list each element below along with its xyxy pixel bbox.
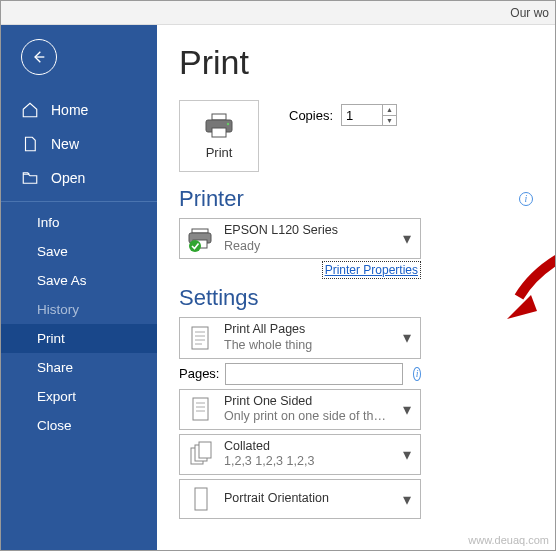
collate-title: Collated	[224, 439, 392, 455]
open-folder-icon	[21, 169, 39, 187]
chevron-down-icon: ▾	[400, 447, 414, 461]
nav-label: Print	[37, 331, 65, 346]
svg-rect-20	[195, 488, 207, 510]
nav-close[interactable]: Close	[1, 411, 157, 440]
printer-selector[interactable]: EPSON L120 Series Ready ▾	[179, 218, 421, 259]
print-button[interactable]: Print	[179, 100, 259, 172]
printer-status: Ready	[224, 239, 392, 255]
nav-label: Export	[37, 389, 76, 404]
print-range-sub: The whole thing	[224, 338, 392, 354]
nav-label: History	[37, 302, 79, 317]
chevron-down-icon: ▾	[400, 232, 414, 246]
svg-rect-8	[192, 327, 208, 349]
collate-selector[interactable]: Collated 1,2,3 1,2,3 1,2,3 ▾	[179, 434, 421, 475]
home-icon	[21, 101, 39, 119]
collate-sub: 1,2,3 1,2,3 1,2,3	[224, 454, 392, 470]
copies-spinner[interactable]: ▲ ▼	[341, 104, 397, 126]
portrait-icon	[186, 484, 216, 514]
nav-label: Home	[51, 102, 88, 118]
sides-sub: Only print on one side of th…	[224, 409, 392, 425]
chevron-down-icon: ▾	[400, 331, 414, 345]
svg-rect-19	[199, 442, 211, 458]
nav-divider	[1, 201, 157, 202]
orientation-title: Portrait Orientation	[224, 491, 392, 507]
pages-icon	[186, 323, 216, 353]
print-range-selector[interactable]: Print All Pages The whole thing ▾	[179, 317, 421, 358]
printer-info-icon[interactable]: i	[519, 192, 533, 206]
nav-saveas[interactable]: Save As	[1, 266, 157, 295]
print-button-label: Print	[206, 145, 233, 160]
one-sided-icon	[186, 394, 216, 424]
copies-up-icon[interactable]: ▲	[383, 105, 396, 116]
orientation-text: Portrait Orientation	[224, 491, 392, 507]
nav-label: Save	[37, 244, 68, 259]
printer-heading: Printer	[179, 186, 533, 212]
titlebar: Our wo	[1, 1, 555, 25]
printer-properties-row: Printer Properties	[179, 263, 421, 277]
nav-label: Close	[37, 418, 72, 433]
back-arrow-icon	[31, 49, 47, 65]
svg-rect-2	[212, 128, 226, 137]
printer-text: EPSON L120 Series Ready	[224, 223, 392, 254]
nav-export[interactable]: Export	[1, 382, 157, 411]
printer-name: EPSON L120 Series	[224, 223, 392, 239]
copies-input[interactable]	[342, 105, 382, 125]
nav-share[interactable]: Share	[1, 353, 157, 382]
copies-arrows[interactable]: ▲ ▼	[382, 105, 396, 125]
print-range-title: Print All Pages	[224, 322, 392, 338]
copies-row: Copies: ▲ ▼	[289, 104, 397, 126]
print-range-text: Print All Pages The whole thing	[224, 322, 392, 353]
nav-print[interactable]: Print	[1, 324, 157, 353]
svg-rect-0	[212, 114, 226, 120]
nav-label: Open	[51, 170, 85, 186]
nav-new[interactable]: New	[1, 127, 157, 161]
new-doc-icon	[21, 135, 39, 153]
page-title: Print	[179, 43, 533, 82]
watermark: www.deuaq.com	[468, 534, 549, 546]
pages-label: Pages:	[179, 366, 219, 381]
pages-row: Pages: i	[179, 363, 421, 385]
nav-label: Info	[37, 215, 60, 230]
settings-heading: Settings	[179, 285, 533, 311]
nav-open[interactable]: Open	[1, 161, 157, 195]
backstage-sidebar: Home New Open Info Save Save As History …	[1, 25, 157, 550]
printer-icon	[203, 113, 235, 139]
nav-label: Share	[37, 360, 73, 375]
pages-input[interactable]	[225, 363, 403, 385]
nav-info[interactable]: Info	[1, 208, 157, 237]
titlebar-text: Our wo	[510, 6, 549, 20]
chevron-down-icon: ▾	[400, 492, 414, 506]
collated-icon	[186, 439, 216, 469]
svg-point-7	[189, 240, 201, 252]
copies-label: Copies:	[289, 108, 333, 123]
back-button[interactable]	[21, 39, 57, 75]
printer-properties-link[interactable]: Printer Properties	[322, 261, 421, 279]
nav-label: New	[51, 136, 79, 152]
sides-selector[interactable]: Print One Sided Only print on one side o…	[179, 389, 421, 430]
print-row: Print Copies: ▲ ▼	[179, 100, 533, 172]
nav-home[interactable]: Home	[1, 93, 157, 127]
nav-history[interactable]: History	[1, 295, 157, 324]
orientation-selector[interactable]: Portrait Orientation ▾	[179, 479, 421, 519]
sides-text: Print One Sided Only print on one side o…	[224, 394, 392, 425]
svg-rect-13	[193, 398, 208, 420]
nav-save[interactable]: Save	[1, 237, 157, 266]
svg-point-3	[227, 122, 229, 124]
printer-status-icon	[186, 224, 216, 254]
nav-label: Save As	[37, 273, 87, 288]
svg-rect-4	[192, 229, 208, 233]
collate-text: Collated 1,2,3 1,2,3 1,2,3	[224, 439, 392, 470]
printer-section: i Printer EPSON L120 Series Ready ▾ Prin…	[179, 186, 533, 277]
copies-down-icon[interactable]: ▼	[383, 116, 396, 126]
main-panel: Print Print Copies: ▲ ▼ i Printer	[157, 25, 555, 550]
pages-info-icon[interactable]: i	[413, 367, 421, 381]
sides-title: Print One Sided	[224, 394, 392, 410]
chevron-down-icon: ▾	[400, 402, 414, 416]
